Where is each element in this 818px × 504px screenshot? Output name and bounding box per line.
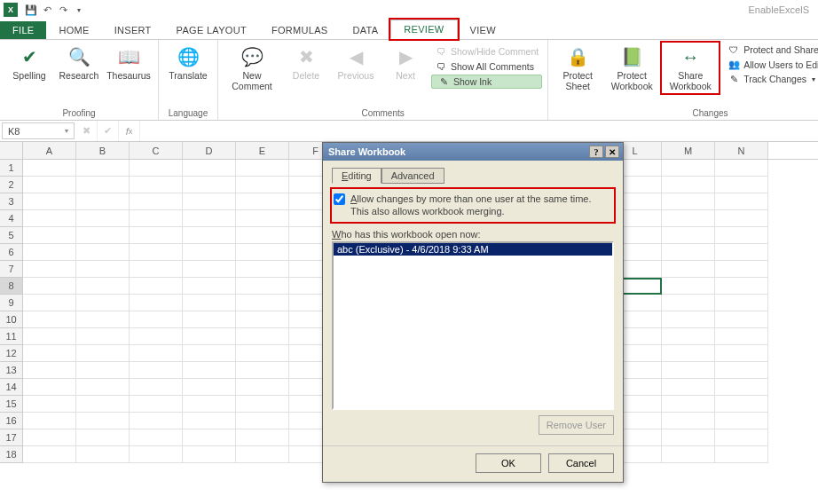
row-header[interactable]: 15 <box>0 396 23 413</box>
cell[interactable] <box>715 210 768 227</box>
save-icon[interactable]: 💾 <box>23 4 39 16</box>
cell[interactable] <box>715 328 768 345</box>
cell[interactable] <box>76 429 130 446</box>
track-changes-button[interactable]: ✎Track Changes▾ <box>724 72 818 86</box>
cell[interactable] <box>76 193 130 210</box>
row-header[interactable]: 4 <box>0 210 23 227</box>
cell[interactable] <box>130 362 183 379</box>
cell[interactable] <box>76 160 130 177</box>
allow-changes-checkbox[interactable] <box>334 193 345 205</box>
cell[interactable] <box>130 429 183 446</box>
cell[interactable] <box>715 429 768 446</box>
row-header[interactable]: 2 <box>0 177 23 193</box>
tab-view[interactable]: VIEW <box>458 21 508 39</box>
tab-file[interactable]: FILE <box>0 21 46 39</box>
allow-users-button[interactable]: 👥Allow Users to Edit Ranges <box>724 57 818 72</box>
cell[interactable] <box>662 396 715 413</box>
ok-button[interactable]: OK <box>476 453 541 473</box>
cell[interactable] <box>183 278 236 295</box>
cell[interactable] <box>662 244 715 261</box>
cell[interactable] <box>23 396 76 413</box>
cell[interactable] <box>130 379 183 396</box>
cell[interactable] <box>662 160 715 177</box>
cell[interactable] <box>662 278 715 295</box>
cell[interactable] <box>130 193 183 210</box>
show-ink-button[interactable]: ✎Show Ink <box>431 75 542 89</box>
cell[interactable] <box>715 177 768 193</box>
column-header[interactable]: E <box>236 142 289 159</box>
column-header[interactable]: D <box>183 142 236 159</box>
next-comment-button[interactable]: ▶Next <box>381 43 429 83</box>
cell[interactable] <box>715 311 768 328</box>
cell[interactable] <box>76 396 130 413</box>
cell[interactable] <box>130 261 183 278</box>
cell[interactable] <box>236 227 289 244</box>
cell[interactable] <box>183 345 236 362</box>
cell[interactable] <box>236 210 289 227</box>
tab-formulas[interactable]: FORMULAS <box>259 21 341 39</box>
cell[interactable] <box>236 193 289 210</box>
cell[interactable] <box>236 362 289 379</box>
cell[interactable] <box>23 362 76 379</box>
cell[interactable] <box>130 345 183 362</box>
row-header[interactable]: 16 <box>0 413 23 429</box>
row-header[interactable]: 18 <box>0 446 23 463</box>
cell[interactable] <box>236 244 289 261</box>
show-hide-comment-button[interactable]: 🗨Show/Hide Comment <box>431 44 542 59</box>
tab-editing[interactable]: Editing <box>332 168 381 184</box>
cell[interactable] <box>23 328 76 345</box>
cell[interactable] <box>23 379 76 396</box>
cell[interactable] <box>715 446 768 463</box>
cell[interactable] <box>76 210 130 227</box>
cell[interactable] <box>130 227 183 244</box>
tab-advanced[interactable]: Advanced <box>381 168 444 184</box>
cell[interactable] <box>130 210 183 227</box>
row-header[interactable]: 11 <box>0 328 23 345</box>
cell[interactable] <box>236 379 289 396</box>
cell[interactable] <box>76 295 130 311</box>
cell[interactable] <box>183 210 236 227</box>
cell[interactable] <box>23 446 76 463</box>
cell[interactable] <box>183 362 236 379</box>
redo-icon[interactable]: ↷ <box>55 4 71 16</box>
cell[interactable] <box>23 429 76 446</box>
cell[interactable] <box>76 328 130 345</box>
row-header[interactable]: 3 <box>0 193 23 210</box>
cell[interactable] <box>76 379 130 396</box>
row-header[interactable]: 8 <box>0 278 23 295</box>
cell[interactable] <box>76 362 130 379</box>
cell[interactable] <box>23 345 76 362</box>
cancel-formula-button[interactable]: ✖ <box>76 121 98 141</box>
share-workbook-button[interactable]: ↔Share Workbook <box>662 43 719 93</box>
cell[interactable] <box>76 413 130 429</box>
cell[interactable] <box>23 278 76 295</box>
cell[interactable] <box>130 160 183 177</box>
row-header[interactable]: 17 <box>0 429 23 446</box>
cell[interactable] <box>183 177 236 193</box>
cell[interactable] <box>662 328 715 345</box>
cell[interactable] <box>76 446 130 463</box>
name-box[interactable]: K8 ▾ <box>2 122 75 139</box>
tab-review[interactable]: REVIEW <box>390 20 457 39</box>
cell[interactable] <box>23 295 76 311</box>
protect-share-button[interactable]: 🛡Protect and Share Workbook <box>724 43 818 57</box>
cell[interactable] <box>76 227 130 244</box>
cell[interactable] <box>23 193 76 210</box>
cell[interactable] <box>76 311 130 328</box>
row-header[interactable]: 6 <box>0 244 23 261</box>
formula-input[interactable] <box>140 121 818 141</box>
cell[interactable] <box>23 160 76 177</box>
cell[interactable] <box>130 177 183 193</box>
cell[interactable] <box>76 244 130 261</box>
cell[interactable] <box>715 379 768 396</box>
cell[interactable] <box>715 244 768 261</box>
show-all-comments-button[interactable]: 🗨Show All Comments <box>431 59 542 74</box>
cell[interactable] <box>662 311 715 328</box>
column-header[interactable]: M <box>662 142 715 159</box>
close-button[interactable]: ✕ <box>605 146 619 158</box>
cell[interactable] <box>183 379 236 396</box>
cell[interactable] <box>715 227 768 244</box>
cell[interactable] <box>130 295 183 311</box>
cell[interactable] <box>662 379 715 396</box>
cell[interactable] <box>183 193 236 210</box>
